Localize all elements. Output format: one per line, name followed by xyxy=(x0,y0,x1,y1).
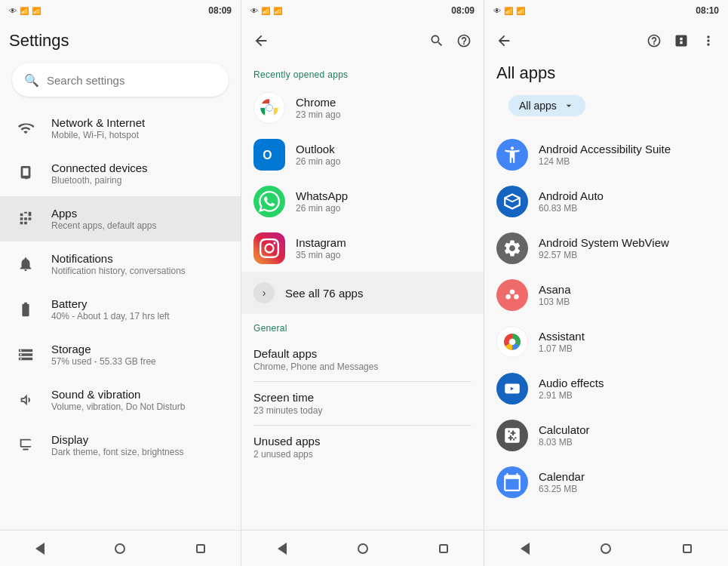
bell-icon xyxy=(12,251,39,278)
whatsapp-icon xyxy=(253,186,285,217)
assistant-icon xyxy=(496,326,528,358)
home-button-left[interactable] xyxy=(106,535,134,562)
settings-item-connected[interactable]: Connected devices Bluetooth, pairing xyxy=(0,151,241,196)
svg-point-5 xyxy=(505,294,511,300)
apps-title: Apps xyxy=(51,207,229,220)
webview-icon xyxy=(496,232,528,264)
settings-title: Settings xyxy=(6,31,235,51)
back-icon-middle[interactable] xyxy=(247,27,275,54)
back-button-left[interactable] xyxy=(26,535,54,562)
bottom-nav-left xyxy=(0,530,241,566)
sound-icon xyxy=(12,386,39,414)
all-apps-title-container: All apps xyxy=(484,60,728,89)
audio-name: Audio effects xyxy=(539,377,604,389)
recents-button-middle[interactable] xyxy=(430,535,457,562)
help-icon-middle[interactable] xyxy=(450,27,478,54)
app-assistant[interactable]: Assistant 1.07 MB xyxy=(484,318,728,365)
settings-panel: 👁 📶 📶 08:09 Settings 🔍 Network & Interne… xyxy=(0,0,241,566)
settings-item-notifications[interactable]: Notifications Notification history, conv… xyxy=(0,241,241,287)
unused-apps-subtitle: 2 unused apps xyxy=(253,449,472,460)
screen-time-item[interactable]: Screen time 23 minutes today xyxy=(241,382,484,425)
back-icon-right[interactable] xyxy=(490,27,518,54)
unused-apps-title: Unused apps xyxy=(253,435,472,448)
calculator-icon xyxy=(496,420,528,451)
settings-item-network[interactable]: Network & Internet Mobile, Wi-Fi, hotspo… xyxy=(0,106,241,151)
app-item-instagram[interactable]: Instagram 35 min ago xyxy=(241,225,484,272)
status-icons-right: 👁 📶 📶 xyxy=(493,7,525,15)
app-calculator[interactable]: Calculator 8.03 MB xyxy=(484,412,728,459)
more-icon-right[interactable] xyxy=(695,27,722,54)
info-icon-right[interactable] xyxy=(668,27,695,54)
screen-time-title: Screen time xyxy=(253,391,472,404)
devices-icon xyxy=(12,160,39,187)
status-icons-left: 👁 📶 📶 xyxy=(9,7,41,15)
app-asana[interactable]: Asana 103 MB xyxy=(484,272,728,318)
recents-button-left[interactable] xyxy=(187,535,214,562)
app-audio[interactable]: Audio effects 2.91 MB xyxy=(484,365,728,412)
app-item-chrome[interactable]: Chrome 23 min ago xyxy=(241,85,484,131)
default-apps-item[interactable]: Default apps Chrome, Phone and Messages xyxy=(241,338,484,381)
outlook-icon: O xyxy=(253,139,285,171)
app-item-outlook[interactable]: O Outlook 26 min ago xyxy=(241,131,484,178)
network-subtitle: Mobile, Wi-Fi, hotspot xyxy=(51,130,229,140)
dropdown-container: All apps xyxy=(484,89,728,131)
status-bar-middle: 👁 📶 📶 08:09 xyxy=(241,0,484,21)
help-icon-right[interactable] xyxy=(640,27,668,54)
audio-icon xyxy=(496,373,528,405)
search-icon-middle[interactable] xyxy=(423,27,450,54)
settings-item-display[interactable]: Display Dark theme, font size, brightnes… xyxy=(0,423,241,468)
sound-title: Sound & vibration xyxy=(51,388,229,401)
search-icon: 🔍 xyxy=(24,73,39,88)
bottom-nav-right xyxy=(484,530,728,566)
see-all-button[interactable]: › See all 76 apps xyxy=(241,272,484,314)
calendar-size: 63.25 MB xyxy=(539,484,585,494)
see-all-label: See all 76 apps xyxy=(285,287,363,300)
back-button-middle[interactable] xyxy=(269,535,296,562)
instagram-icon xyxy=(253,232,285,264)
dropdown-label: All apps xyxy=(519,100,557,112)
status-bar-right: 👁 📶 📶 08:10 xyxy=(484,0,728,21)
webview-name: Android System WebView xyxy=(539,236,669,249)
svg-text:O: O xyxy=(263,149,272,161)
recently-opened-label: Recently opened apps xyxy=(241,60,484,85)
calendar-icon xyxy=(496,466,528,498)
whatsapp-name: WhatsApp xyxy=(296,189,348,202)
chrome-icon xyxy=(253,92,285,124)
unused-apps-item[interactable]: Unused apps 2 unused apps xyxy=(241,426,484,469)
screen-time-subtitle: 23 minutes today xyxy=(253,405,472,416)
instagram-time: 35 min ago xyxy=(296,250,346,260)
whatsapp-time: 26 min ago xyxy=(296,203,348,214)
assistant-size: 1.07 MB xyxy=(539,343,585,354)
back-button-right[interactable] xyxy=(511,535,539,562)
home-button-middle[interactable] xyxy=(349,535,376,562)
status-bar-left: 👁 📶 📶 08:09 xyxy=(0,0,241,21)
svg-point-4 xyxy=(510,289,515,294)
display-title: Display xyxy=(51,433,229,446)
app-accessibility[interactable]: Android Accessibility Suite 124 MB xyxy=(484,131,728,178)
search-bar[interactable]: 🔍 xyxy=(12,63,229,97)
home-button-right[interactable] xyxy=(592,535,619,562)
settings-item-battery[interactable]: Battery 40% - About 1 day, 17 hrs left xyxy=(0,287,241,332)
app-calendar[interactable]: Calendar 63.25 MB xyxy=(484,459,728,506)
bottom-nav-middle xyxy=(241,530,484,566)
chrome-time: 23 min ago xyxy=(296,109,340,120)
recents-button-right[interactable] xyxy=(674,535,701,562)
apps-subtitle: Recent apps, default apps xyxy=(51,220,229,231)
display-icon xyxy=(12,432,39,459)
clock-right: 08:10 xyxy=(696,5,719,16)
battery-title: Battery xyxy=(51,297,229,310)
calendar-name: Calendar xyxy=(539,470,585,483)
apps-toolbar xyxy=(241,21,484,60)
settings-item-storage[interactable]: Storage 57% used - 55.33 GB free xyxy=(0,332,241,377)
settings-item-sound[interactable]: Sound & vibration Volume, vibration, Do … xyxy=(0,377,241,423)
network-title: Network & Internet xyxy=(51,116,229,129)
app-webview[interactable]: Android System WebView 92.57 MB xyxy=(484,225,728,272)
storage-icon xyxy=(12,341,39,368)
app-item-whatsapp[interactable]: WhatsApp 26 min ago xyxy=(241,178,484,225)
search-input[interactable] xyxy=(47,74,217,87)
all-apps-dropdown[interactable]: All apps xyxy=(508,95,585,116)
app-auto[interactable]: Android Auto 60.83 MB xyxy=(484,178,728,225)
connected-title: Connected devices xyxy=(51,161,229,174)
auto-icon xyxy=(496,186,528,217)
settings-item-apps[interactable]: Apps Recent apps, default apps xyxy=(0,196,241,241)
